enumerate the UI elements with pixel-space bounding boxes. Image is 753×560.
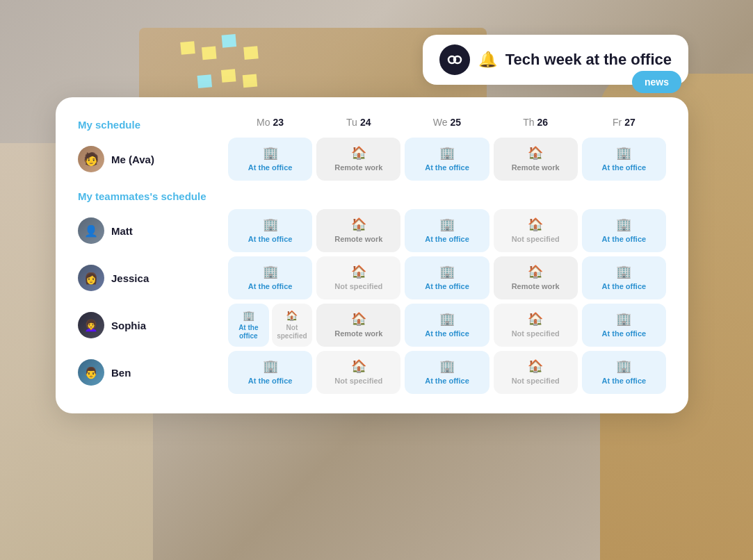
- slot-matt-we[interactable]: 🏢 At the office: [405, 209, 489, 252]
- office-icon: 🏢: [616, 359, 631, 374]
- slot-sophia-mo-split: 🏢 At the office 🏠 Not specified: [228, 304, 312, 347]
- slot-label-matt-fr: At the office: [602, 235, 647, 244]
- slot-label-sophia-tu: Remote work: [334, 329, 382, 338]
- slot-label-jessica-we: At the office: [425, 282, 469, 291]
- slot-ben-mo[interactable]: 🏢 At the office: [228, 351, 312, 394]
- slot-label-sophia-fr: At the office: [602, 329, 647, 338]
- slot-ava-tu[interactable]: 🏠 Remote work: [316, 138, 400, 181]
- slot-sophia-we[interactable]: 🏢 At the office: [405, 304, 489, 347]
- slot-matt-fr[interactable]: 🏢 At the office: [582, 209, 666, 252]
- home-icon: 🏠: [528, 145, 543, 160]
- unspecified-icon: 🏠: [528, 359, 543, 374]
- slot-matt-mo[interactable]: 🏢 At the office: [228, 209, 312, 252]
- slot-label-matt-tu: Remote work: [334, 235, 382, 244]
- slot-matt-tu[interactable]: 🏠 Remote work: [316, 209, 400, 252]
- home-icon: 🏠: [351, 311, 366, 327]
- slot-label-ben-we: At the office: [425, 377, 469, 386]
- home-icon: 🏠: [351, 145, 366, 160]
- office-icon: 🏢: [439, 217, 455, 232]
- slot-label-ava-mo: At the office: [248, 163, 293, 172]
- slot-label-sophia-mo-office: At the office: [231, 324, 266, 340]
- avatar-sophia: 👩‍🦱: [78, 312, 104, 338]
- slot-jessica-fr[interactable]: 🏢 At the office: [582, 256, 666, 299]
- slot-label-ben-th: Not specified: [512, 377, 560, 386]
- person-me: 🧑 Me (Ava): [78, 142, 224, 176]
- unspecified-icon: 🏠: [351, 264, 366, 279]
- office-icon: 🏢: [616, 217, 631, 232]
- office-icon: 🏢: [263, 264, 278, 279]
- home-icon: 🏠: [528, 264, 543, 279]
- news-badge: news: [632, 71, 681, 93]
- person-name-sophia: Sophia: [111, 320, 146, 331]
- my-schedule-title: My schedule: [78, 119, 224, 131]
- slot-label-matt-we: At the office: [425, 235, 469, 244]
- slot-label-ava-tu: Remote work: [334, 163, 382, 172]
- office-icon: 🏢: [263, 359, 278, 374]
- slot-jessica-tu[interactable]: 🏠 Not specified: [316, 256, 400, 299]
- slot-ava-mo[interactable]: 🏢 At the office: [228, 138, 312, 181]
- slot-sophia-th[interactable]: 🏠 Not specified: [494, 304, 578, 347]
- office-icon: 🏢: [439, 359, 455, 374]
- slot-sophia-fr[interactable]: 🏢 At the office: [582, 304, 666, 347]
- person-name-ben: Ben: [111, 367, 131, 379]
- slot-ben-fr[interactable]: 🏢 At the office: [582, 351, 666, 394]
- slot-ava-th[interactable]: 🏠 Remote work: [494, 138, 578, 181]
- slot-ben-th[interactable]: 🏠 Not specified: [494, 351, 578, 394]
- app-logo: [439, 44, 470, 75]
- slot-label-jessica-th: Remote work: [512, 282, 560, 291]
- day-header-th: Th26: [494, 117, 578, 133]
- avatar-ava: 🧑: [78, 146, 104, 172]
- slot-label-ava-we: At the office: [425, 163, 469, 172]
- slot-label-matt-mo: At the office: [248, 235, 293, 244]
- unspecified-icon: 🏠: [351, 359, 366, 374]
- avatar-ben: 👨: [78, 359, 104, 386]
- teammates-title: My teammates's schedule: [78, 190, 666, 202]
- person-name-jessica: Jessica: [111, 272, 149, 284]
- slot-label-ben-tu: Not specified: [334, 377, 382, 386]
- slot-ben-tu[interactable]: 🏠 Not specified: [316, 351, 400, 394]
- slot-jessica-we[interactable]: 🏢 At the office: [405, 256, 489, 299]
- home-icon: 🏠: [351, 217, 366, 232]
- slot-label-sophia-we: At the office: [425, 329, 469, 338]
- main-card: My schedule Mo23 Tu24 We25 Th26 Fr27 🧑: [56, 97, 688, 413]
- person-ben: 👨 Ben: [78, 355, 224, 390]
- avatar-matt: 👤: [78, 217, 104, 244]
- office-icon: 🏢: [616, 145, 631, 160]
- slot-label-jessica-fr: At the office: [602, 282, 647, 291]
- slot-ben-we[interactable]: 🏢 At the office: [405, 351, 489, 394]
- day-header-we: We25: [405, 117, 489, 133]
- office-icon: 🏢: [616, 311, 631, 327]
- office-icon: 🏢: [439, 264, 455, 279]
- slot-matt-th[interactable]: 🏠 Not specified: [494, 209, 578, 252]
- slot-ava-fr[interactable]: 🏢 At the office: [582, 138, 666, 181]
- person-sophia: 👩‍🦱 Sophia: [78, 308, 224, 343]
- office-icon: 🏢: [439, 311, 455, 327]
- schedule-grid: My schedule Mo23 Tu24 We25 Th26 Fr27 🧑: [78, 117, 666, 394]
- slot-label-ben-mo: At the office: [248, 377, 293, 386]
- unspecified-icon: 🏠: [286, 310, 298, 321]
- person-jessica: 👩 Jessica: [78, 261, 224, 295]
- slot-jessica-mo[interactable]: 🏢 At the office: [228, 256, 312, 299]
- slot-label-ava-fr: At the office: [602, 163, 647, 172]
- slot-label-ben-fr: At the office: [602, 377, 647, 386]
- avatar-jessica: 👩: [78, 265, 104, 291]
- office-icon: 🏢: [263, 217, 278, 232]
- header-title: Tech week at the office: [505, 51, 672, 69]
- slot-jessica-th[interactable]: 🏠 Remote work: [494, 256, 578, 299]
- slot-label-jessica-tu: Not specified: [334, 282, 382, 291]
- slot-label-sophia-mo-unspecified: Not specified: [275, 324, 310, 340]
- header-bell: 🔔: [478, 51, 497, 69]
- slot-sophia-tu[interactable]: 🏠 Remote work: [316, 304, 400, 347]
- slot-sophia-mo-unspecified[interactable]: 🏠 Not specified: [272, 304, 313, 347]
- day-header-tu: Tu24: [316, 117, 400, 133]
- card-wrapper: news 🔔 Tech week at the office My schedu…: [56, 83, 688, 413]
- slot-ava-we[interactable]: 🏢 At the office: [405, 138, 489, 181]
- slot-sophia-mo-office[interactable]: 🏢 At the office: [228, 304, 269, 347]
- person-name-ava: Me (Ava): [111, 154, 154, 165]
- person-matt: 👤 Matt: [78, 213, 224, 248]
- unspecified-icon: 🏠: [528, 217, 543, 232]
- unspecified-icon: 🏠: [528, 311, 543, 327]
- slot-label-sophia-th: Not specified: [512, 329, 560, 338]
- slot-label-matt-th: Not specified: [512, 235, 560, 244]
- slot-label-jessica-mo: At the office: [248, 282, 293, 291]
